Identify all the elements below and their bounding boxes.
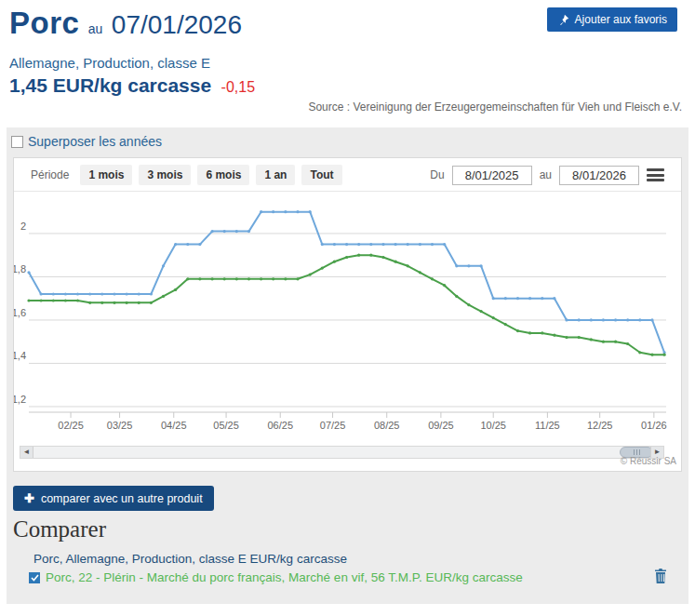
data-point-marker <box>663 354 666 356</box>
add-to-favorites-button[interactable]: Ajouter aux favoris <box>547 7 677 32</box>
date-from-input[interactable] <box>452 166 532 185</box>
scrollbar-left-arrow-icon[interactable]: ◄ <box>20 447 33 458</box>
range-button-1y[interactable]: 1 an <box>256 165 295 185</box>
data-point-marker <box>198 243 201 246</box>
data-point-marker <box>174 243 177 246</box>
range-button-3m[interactable]: 3 mois <box>139 165 191 185</box>
chart-panel: Superposer les années Période 1 mois 3 m… <box>7 127 688 604</box>
data-point-marker <box>211 277 214 280</box>
data-point-marker <box>27 271 30 274</box>
range-selector: 1 mois 3 mois 6 mois 1 an Tout <box>80 165 341 185</box>
data-point-marker <box>467 303 470 306</box>
y-axis-tick-label: 1,8 <box>14 263 26 275</box>
data-point-marker <box>357 243 360 246</box>
data-point-marker <box>602 318 605 321</box>
data-point-marker <box>138 301 140 304</box>
data-point-marker <box>40 299 43 301</box>
data-point-marker <box>345 256 348 259</box>
data-point-marker <box>431 243 434 246</box>
compare-item-row: Porc, 22 - Plérin - Marché du porc franç… <box>29 570 523 584</box>
data-point-marker <box>394 243 397 246</box>
range-button-6m[interactable]: 6 mois <box>197 165 249 185</box>
x-axis-tick-label: 04/25 <box>161 420 187 431</box>
compare-item-label[interactable]: Porc, 22 - Plérin - Marché du porc franç… <box>46 570 523 584</box>
date-to-input[interactable] <box>559 166 639 185</box>
range-button-all[interactable]: Tout <box>301 165 341 185</box>
data-point-marker <box>492 297 495 300</box>
data-point-marker <box>260 210 262 213</box>
data-point-marker <box>381 243 384 246</box>
data-point-marker <box>333 243 336 246</box>
x-axis-tick-label: 06/25 <box>267 420 293 431</box>
data-point-marker <box>309 274 312 276</box>
data-point-marker <box>480 264 483 267</box>
price-change: -0,15 <box>221 79 255 95</box>
series-line <box>29 255 664 355</box>
date-to-label: au <box>540 168 552 181</box>
data-point-marker <box>504 297 507 300</box>
data-point-marker <box>407 264 409 267</box>
data-point-marker <box>492 316 495 319</box>
data-point-marker <box>638 318 641 321</box>
chart-menu-icon[interactable] <box>647 168 664 181</box>
chart-toolbar: Période 1 mois 3 mois 6 mois 1 an Tout D… <box>14 158 681 192</box>
data-point-marker <box>64 292 67 295</box>
chart-copyright: © Réussir SA <box>621 456 676 466</box>
data-point-marker <box>565 318 568 321</box>
price-series-0 <box>27 210 665 354</box>
title-connector: au <box>88 21 103 36</box>
compare-heading: Comparer <box>13 516 106 542</box>
compare-with-product-button[interactable]: ✚ comparer avec un autre produit <box>13 486 214 511</box>
data-point-marker <box>626 318 629 321</box>
date-from-label: Du <box>430 168 444 181</box>
data-point-marker <box>419 243 421 246</box>
compare-item-checkbox[interactable] <box>29 572 40 583</box>
data-point-marker <box>113 301 115 304</box>
data-point-marker <box>516 329 519 332</box>
data-point-marker <box>553 334 555 337</box>
overlay-years-checkbox[interactable] <box>11 136 23 148</box>
page-title: Porc au 07/01/2026 <box>9 6 242 41</box>
data-point-marker <box>150 301 153 304</box>
data-point-marker <box>650 318 653 321</box>
data-point-marker <box>138 292 140 295</box>
data-point-marker <box>369 243 372 246</box>
compare-item-base: Porc, Allemagne, Production, classe E EU… <box>33 552 347 566</box>
data-point-marker <box>126 292 128 295</box>
data-point-marker <box>174 288 177 291</box>
data-point-marker <box>100 292 103 295</box>
data-point-marker <box>211 230 214 233</box>
product-name: Porc <box>9 6 79 40</box>
data-point-marker <box>100 301 103 304</box>
y-axis-tick-label: 1,6 <box>14 307 26 318</box>
chart-scrollbar[interactable]: ◄ ► <box>20 446 664 459</box>
data-point-marker <box>284 277 287 280</box>
data-point-marker <box>528 331 531 334</box>
data-point-marker <box>198 277 201 280</box>
data-point-marker <box>186 277 189 280</box>
data-point-marker <box>247 230 250 233</box>
price-series-1 <box>27 254 665 356</box>
data-point-marker <box>235 277 238 280</box>
x-axis-tick-label: 07/25 <box>320 420 346 431</box>
data-point-marker <box>321 267 324 270</box>
data-point-marker <box>407 243 409 246</box>
data-point-marker <box>443 243 446 246</box>
price-chart: 1,21,41,61,8202/2503/2504/2505/2506/2507… <box>14 193 681 436</box>
data-point-marker <box>565 336 568 339</box>
x-axis-tick-label: 03/25 <box>107 420 133 431</box>
data-point-marker <box>150 292 153 295</box>
data-point-marker <box>321 243 324 246</box>
data-point-marker <box>296 210 299 213</box>
delete-series-trash-icon[interactable] <box>654 569 667 583</box>
data-point-marker <box>357 254 360 257</box>
data-point-marker <box>431 277 434 280</box>
range-button-1m[interactable]: 1 mois <box>80 165 132 185</box>
period-label: Période <box>31 168 69 181</box>
data-point-marker <box>381 256 384 259</box>
data-point-marker <box>27 299 30 301</box>
data-point-marker <box>614 318 617 321</box>
overlay-years-label[interactable]: Superposer les années <box>28 134 162 149</box>
data-point-marker <box>650 354 653 356</box>
data-point-marker <box>272 210 274 213</box>
